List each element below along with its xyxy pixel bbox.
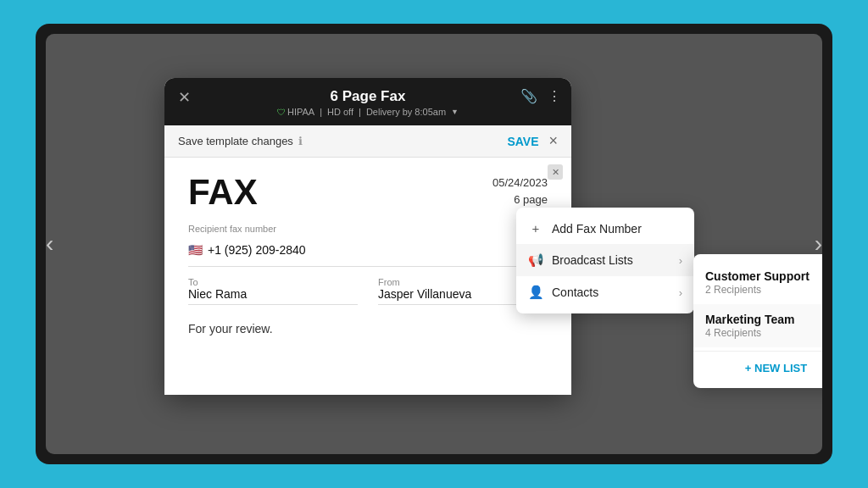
to-from-row: To Niec Rama From Jasper Villanueva [188, 277, 548, 305]
broadcast-lists-item[interactable]: 📢 Broadcast Lists › [516, 244, 694, 276]
info-icon[interactable]: ℹ [298, 135, 303, 147]
shield-icon: 🛡 [277, 108, 286, 117]
modal-close-button[interactable]: ✕ [178, 88, 191, 107]
save-template-bar: Save template changes ℹ SAVE × [164, 125, 571, 158]
modal-subtitle: 🛡 HIPAA | HD off | Delivery by 8:05am ▼ [178, 107, 558, 117]
customer-support-count: 2 Recipients [705, 284, 822, 296]
chevron-down-icon: ▼ [451, 108, 459, 116]
recipient-section: Recipient fax number 🇺🇸 +1 (925) 209-284… [188, 224, 548, 267]
add-fax-number-item[interactable]: + Add Fax Number [516, 213, 694, 244]
customer-support-item[interactable]: Customer Support 2 Recipients [693, 261, 822, 304]
marketing-team-count: 4 Recipients [705, 327, 822, 339]
prev-arrow[interactable]: ‹ [46, 230, 53, 258]
save-button[interactable]: SAVE [507, 135, 538, 148]
fax-heading: FAX [188, 175, 258, 210]
modal-title: 6 Page Fax [178, 88, 558, 105]
more-options-icon[interactable]: ⋮ [548, 88, 561, 104]
screen: ‹ › ✕ 6 Page Fax 🛡 HIPAA | HD off | Deli… [46, 34, 822, 454]
fax-modal: ✕ 6 Page Fax 🛡 HIPAA | HD off | Delivery… [164, 78, 571, 395]
chevron-right-icon2: › [679, 286, 682, 299]
modal-header: ✕ 6 Page Fax 🛡 HIPAA | HD off | Delivery… [164, 78, 571, 125]
contacts-label: Contacts [552, 286, 670, 299]
savebar-close-button[interactable]: × [548, 132, 558, 150]
marketing-team-item[interactable]: Marketing Team 4 Recipients [693, 304, 822, 347]
fax-date-info: 05/24/2023 6 page [492, 175, 548, 208]
body-text: For your review. [188, 322, 548, 336]
broadcast-label: Broadcast Lists [552, 253, 670, 267]
dismiss-button[interactable]: ✕ [548, 164, 563, 180]
separator2: | [359, 107, 361, 117]
chevron-right-icon: › [679, 254, 682, 267]
submenu-divider [693, 351, 822, 352]
new-list-button[interactable]: + NEW LIST [693, 355, 822, 381]
plus-icon: + [528, 221, 543, 236]
recipient-number: 🇺🇸 +1 (925) 209-2840 [188, 243, 306, 257]
hipaa-badge: 🛡 HIPAA [277, 107, 314, 117]
separator: | [320, 107, 322, 117]
contacts-item[interactable]: 👤 Contacts › [516, 276, 694, 308]
attachment-icon[interactable]: 📎 [520, 88, 537, 104]
fax-header: FAX 05/24/2023 6 page [188, 175, 548, 210]
broadcast-icon: 📢 [528, 252, 543, 268]
marketing-team-title: Marketing Team [705, 313, 822, 326]
broadcast-submenu: Customer Support 2 Recipients Marketing … [693, 254, 822, 388]
save-template-text: Save template changes ℹ [178, 135, 303, 147]
flag-icon: 🇺🇸 [188, 243, 203, 257]
recipient-dropdown: + Add Fax Number 📢 Broadcast Lists › 👤 C… [516, 208, 694, 313]
recipient-number-row: 🇺🇸 +1 (925) 209-2840 👤+ [188, 237, 548, 267]
to-name: Niec Rama [188, 287, 358, 301]
to-field: To Niec Rama [188, 277, 358, 305]
monitor-frame: ‹ › ✕ 6 Page Fax 🛡 HIPAA | HD off | Deli… [36, 24, 832, 464]
recipient-label: Recipient fax number [188, 224, 548, 234]
add-fax-label: Add Fax Number [552, 222, 682, 236]
customer-support-title: Customer Support [705, 269, 822, 283]
contacts-icon: 👤 [528, 285, 543, 300]
header-actions: 📎 ⋮ [520, 88, 561, 104]
fax-document: ✕ FAX 05/24/2023 6 page Recipient fax nu… [164, 158, 571, 395]
